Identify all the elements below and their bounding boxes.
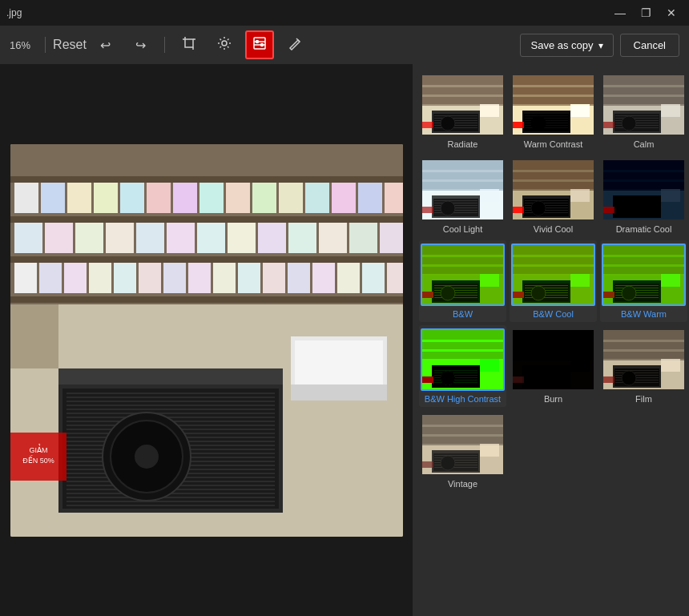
svg-rect-39: [305, 183, 329, 213]
toolbar-separator: [45, 37, 46, 53]
svg-rect-162: [615, 127, 659, 128]
filter-item-burn[interactable]: Burn: [510, 325, 597, 407]
svg-rect-131: [422, 122, 433, 128]
svg-rect-198: [570, 189, 590, 202]
redo-button[interactable]: ↪: [126, 30, 155, 59]
filter-item-vivid-cool[interactable]: Vivid Cool: [510, 155, 597, 237]
svg-rect-254: [603, 264, 684, 267]
svg-rect-30: [67, 183, 91, 213]
svg-rect-267: [603, 292, 614, 298]
svg-rect-321: [422, 425, 503, 427]
svg-rect-242: [525, 285, 568, 286]
filter-preview-cool-light: [422, 160, 503, 219]
filter-icon: [252, 36, 267, 54]
cancel-button[interactable]: Cancel: [620, 34, 679, 57]
svg-rect-36: [226, 183, 250, 213]
filter-item-bw-high[interactable]: B&W High Contrast: [419, 325, 506, 407]
filter-thumb-bw-high: [421, 328, 505, 391]
svg-rect-181: [480, 189, 499, 202]
filter-item-vintage[interactable]: Vintage: [419, 410, 506, 492]
svg-rect-225: [434, 285, 477, 286]
filter-thumb-vivid-cool: [511, 159, 595, 221]
svg-rect-117: [422, 85, 503, 87]
svg-rect-118: [422, 95, 503, 97]
filter-thumb-vintage: [421, 413, 505, 476]
filter-item-cool-light[interactable]: Cool Light: [419, 155, 506, 237]
svg-rect-151: [603, 85, 684, 87]
svg-rect-184: [513, 160, 594, 191]
filters-grid: Radiate Warm Contrast Calm: [419, 70, 683, 492]
svg-rect-134: [513, 85, 594, 87]
svg-rect-315: [615, 382, 659, 383]
svg-rect-301: [513, 376, 524, 383]
reset-button[interactable]: Reset: [55, 30, 84, 59]
svg-rect-300: [570, 359, 590, 372]
svg-rect-271: [422, 349, 503, 352]
svg-rect-104: [66, 505, 275, 506]
brightness-button[interactable]: [210, 30, 239, 59]
filter-label-film: Film: [635, 394, 652, 404]
svg-rect-298: [525, 382, 568, 383]
svg-rect-203: [603, 179, 684, 182]
svg-rect-145: [525, 127, 568, 128]
svg-rect-33: [147, 183, 171, 213]
svg-rect-123: [434, 115, 477, 116]
filter-item-dramatic-cool[interactable]: Dramatic Cool: [600, 155, 687, 237]
svg-rect-44: [45, 223, 73, 253]
minimize-button[interactable]: —: [609, 5, 631, 21]
svg-rect-34: [173, 183, 197, 213]
filter-preview-warm-contrast: [513, 75, 594, 135]
filter-thumb-burn: [511, 328, 595, 391]
filter-button[interactable]: [245, 30, 274, 59]
filter-item-radiate[interactable]: Radiate: [419, 70, 506, 152]
filter-item-bw[interactable]: B&W: [419, 240, 506, 322]
filter-item-bw-cool[interactable]: B&W Cool: [510, 240, 597, 322]
filter-label-vintage: Vintage: [448, 479, 477, 489]
svg-rect-158: [615, 118, 659, 119]
image-area: GIẢM ĐẾN 50%: [0, 64, 413, 616]
svg-text:ĐẾN 50%: ĐẾN 50%: [22, 455, 54, 465]
svg-rect-29: [41, 183, 65, 213]
filters-panel: Radiate Warm Contrast Calm: [413, 64, 689, 616]
filter-item-warm-contrast[interactable]: Warm Contrast: [510, 70, 597, 152]
filter-item-calm[interactable]: Calm: [600, 70, 687, 152]
filter-item-bw-warm[interactable]: B&W Warm: [600, 240, 687, 322]
crop-button[interactable]: [175, 30, 203, 59]
zoom-level: 16%: [10, 39, 35, 51]
svg-rect-67: [288, 263, 310, 293]
svg-rect-25: [10, 216, 403, 223]
svg-line-11: [228, 46, 229, 48]
svg-rect-311: [615, 372, 659, 373]
close-button[interactable]: ✕: [660, 5, 683, 21]
svg-point-163: [622, 116, 636, 131]
svg-rect-80: [66, 409, 275, 410]
svg-rect-266: [661, 274, 680, 287]
reset-label: Reset: [53, 38, 87, 52]
svg-point-129: [441, 116, 455, 131]
svg-rect-116: [422, 75, 503, 106]
svg-rect-157: [615, 115, 659, 116]
svg-rect-55: [380, 223, 403, 253]
filter-label-dramatic-cool: Dramatic Cool: [616, 224, 672, 234]
main-photo: GIẢM ĐẾN 50%: [10, 144, 403, 537]
svg-rect-317: [661, 359, 680, 372]
draw-button[interactable]: [280, 30, 309, 59]
svg-rect-56: [14, 263, 37, 293]
svg-rect-201: [603, 160, 684, 191]
svg-point-5: [222, 41, 227, 46]
svg-rect-41: [358, 183, 382, 213]
svg-rect-237: [513, 264, 594, 267]
maximize-button[interactable]: ❐: [635, 5, 657, 21]
save-copy-button[interactable]: Save as copy: [520, 34, 613, 57]
svg-rect-327: [434, 455, 477, 456]
filter-item-film[interactable]: Film: [600, 325, 687, 407]
svg-rect-32: [120, 183, 144, 213]
undo-button[interactable]: ↩: [91, 30, 119, 59]
brightness-icon: [217, 36, 232, 54]
redo-icon: ↪: [135, 38, 146, 53]
svg-rect-288: [513, 349, 594, 352]
svg-rect-310: [615, 370, 659, 371]
svg-rect-165: [603, 122, 614, 128]
filter-thumb-calm: [602, 74, 686, 136]
toolbar: 16% Reset ↩ ↪: [0, 26, 689, 64]
